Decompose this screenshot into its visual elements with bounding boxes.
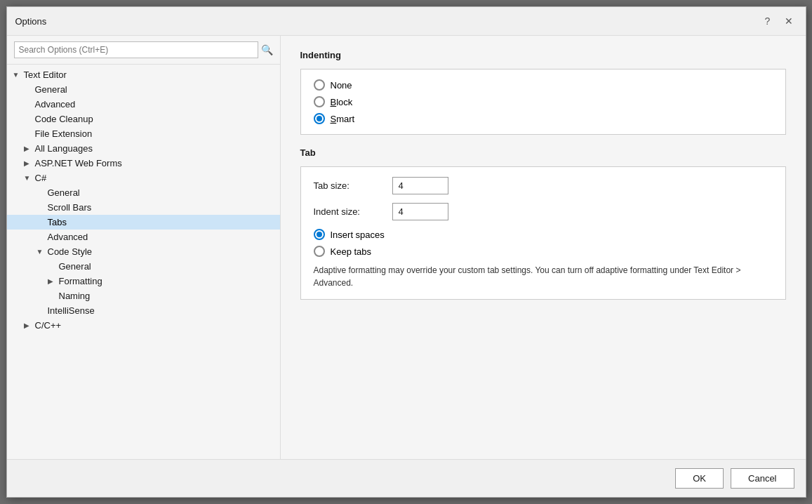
cancel-button[interactable]: Cancel xyxy=(731,468,794,489)
sidebar-item-label: Text Editor xyxy=(24,69,67,80)
keep-tabs-option[interactable]: Keep tabs xyxy=(314,246,773,257)
spacing-radio-group: Insert spaces Keep tabs xyxy=(314,229,773,257)
sidebar-item-label: IntelliSense xyxy=(48,305,95,316)
indenting-smart-label: Smart xyxy=(331,114,355,124)
search-input[interactable] xyxy=(14,41,258,58)
sidebar-item-label: General xyxy=(59,261,91,272)
title-bar-left: Options xyxy=(15,16,47,27)
sidebar-item-text-editor[interactable]: ▼Text Editor xyxy=(7,67,280,82)
indenting-section-box: None Block Smart xyxy=(300,69,786,135)
sidebar-item-label: Advanced xyxy=(48,232,88,242)
sidebar-item-general-1[interactable]: General xyxy=(7,82,280,97)
sidebar-item-label: General xyxy=(48,187,80,198)
title-bar-right: ? ✕ xyxy=(759,13,797,29)
tab-size-input[interactable] xyxy=(392,177,448,194)
insert-spaces-option[interactable]: Insert spaces xyxy=(314,229,773,240)
dialog-title: Options xyxy=(15,16,47,27)
sidebar-item-general-cs[interactable]: General xyxy=(7,259,280,274)
close-button[interactable]: ✕ xyxy=(780,13,797,29)
indenting-none[interactable]: None xyxy=(314,79,773,91)
help-button[interactable]: ? xyxy=(759,13,776,29)
arrow-icon: ▼ xyxy=(13,71,22,79)
sidebar-item-formatting[interactable]: ▶Formatting xyxy=(7,274,280,289)
sidebar-item-label: Formatting xyxy=(59,276,102,286)
ok-button[interactable]: OK xyxy=(675,468,724,489)
sidebar: 🔍 ▼Text EditorGeneralAdvancedCode Cleanu… xyxy=(7,36,281,459)
sidebar-item-code-cleanup[interactable]: Code Cleanup xyxy=(7,112,280,126)
tab-section-title: Tab xyxy=(300,147,786,158)
sidebar-item-label: File Extension xyxy=(35,128,93,139)
sidebar-item-asp-net[interactable]: ▶ASP.NET Web Forms xyxy=(7,156,280,171)
sidebar-item-scroll-bars[interactable]: Scroll Bars xyxy=(7,200,280,215)
sidebar-item-label: Advanced xyxy=(35,99,76,110)
main-panel: Indenting None Block Smart xyxy=(281,36,806,459)
sidebar-item-all-languages[interactable]: ▶All Languages xyxy=(7,141,280,156)
content-area: 🔍 ▼Text EditorGeneralAdvancedCode Cleanu… xyxy=(7,36,806,459)
arrow-icon: ▼ xyxy=(36,248,46,256)
sidebar-item-code-style[interactable]: ▼Code Style xyxy=(7,244,280,259)
search-icon: 🔍 xyxy=(261,44,273,55)
sidebar-item-label: Tabs xyxy=(48,217,67,227)
radio-none xyxy=(314,79,325,91)
sidebar-item-intellisense[interactable]: IntelliSense xyxy=(7,303,280,318)
sidebar-item-c-cpp[interactable]: ▶C/C++ xyxy=(7,318,280,333)
indent-size-row: Indent size: xyxy=(314,203,773,220)
arrow-icon: ▶ xyxy=(24,159,34,167)
sidebar-item-label: C/C++ xyxy=(35,320,62,331)
radio-block xyxy=(314,96,325,107)
insert-spaces-label: Insert spaces xyxy=(331,230,385,240)
sidebar-item-naming[interactable]: Naming xyxy=(7,289,280,303)
search-box: 🔍 xyxy=(7,36,280,65)
radio-insert-spaces xyxy=(314,229,325,240)
title-bar: Options ? ✕ xyxy=(7,7,806,36)
indenting-radio-group: None Block Smart xyxy=(314,79,773,124)
arrow-icon: ▶ xyxy=(24,321,34,329)
arrow-icon: ▶ xyxy=(24,145,34,152)
sidebar-item-general-csharp[interactable]: General xyxy=(7,185,280,200)
tab-section-box: Tab size: Indent size: Insert spaces Kee… xyxy=(300,166,786,300)
tree: ▼Text EditorGeneralAdvancedCode CleanupF… xyxy=(7,65,280,459)
sidebar-item-label: Code Cleanup xyxy=(35,114,93,124)
indenting-smart[interactable]: Smart xyxy=(314,113,773,124)
tab-size-label: Tab size: xyxy=(314,180,384,191)
sidebar-item-label: All Languages xyxy=(35,143,93,154)
sidebar-item-label: Naming xyxy=(59,291,91,301)
sidebar-item-label: ASP.NET Web Forms xyxy=(35,158,122,168)
sidebar-item-label: Code Style xyxy=(48,246,93,257)
sidebar-item-label: General xyxy=(35,84,67,95)
sidebar-item-csharp[interactable]: ▼C# xyxy=(7,171,280,185)
indenting-block[interactable]: Block xyxy=(314,96,773,107)
indent-size-input[interactable] xyxy=(392,203,448,220)
sidebar-item-label: Scroll Bars xyxy=(48,202,92,213)
footer: OK Cancel xyxy=(7,459,806,497)
indenting-block-label: Block xyxy=(331,97,353,107)
arrow-icon: ▶ xyxy=(48,277,58,285)
sidebar-item-advanced-1[interactable]: Advanced xyxy=(7,97,280,112)
arrow-icon: ▼ xyxy=(24,174,34,182)
sidebar-item-file-extension[interactable]: File Extension xyxy=(7,126,280,141)
tab-size-row: Tab size: xyxy=(314,177,773,194)
adaptive-note: Adaptive formatting may override your cu… xyxy=(314,264,773,289)
indent-size-label: Indent size: xyxy=(314,206,384,217)
keep-tabs-label: Keep tabs xyxy=(331,246,372,257)
options-dialog: Options ? ✕ 🔍 ▼Text EditorGeneralAdvance… xyxy=(6,6,806,498)
sidebar-item-tabs[interactable]: Tabs xyxy=(7,215,280,230)
indenting-none-label: None xyxy=(331,80,352,91)
sidebar-item-advanced-csharp[interactable]: Advanced xyxy=(7,230,280,244)
sidebar-item-label: C# xyxy=(35,173,47,183)
radio-keep-tabs xyxy=(314,246,325,257)
radio-smart xyxy=(314,113,325,124)
indenting-section-title: Indenting xyxy=(300,50,786,60)
